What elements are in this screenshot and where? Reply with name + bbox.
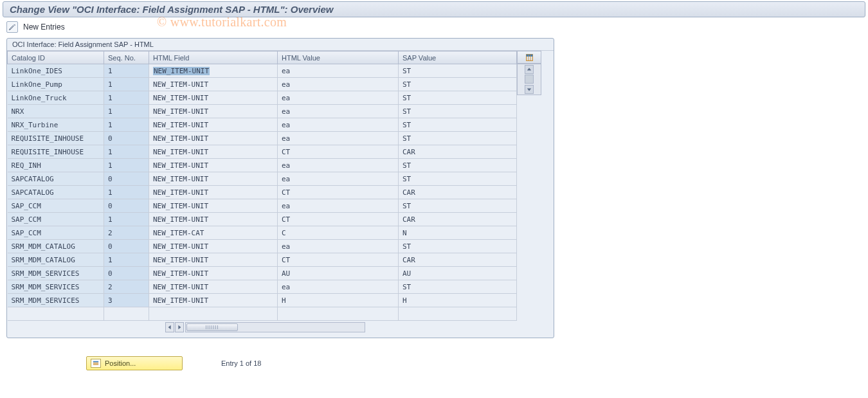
cell-sap-value[interactable]: ST <box>399 105 517 118</box>
cell-seq-no[interactable]: 1 <box>104 118 149 132</box>
cell-catalog-id[interactable]: SAP_CCM <box>8 199 104 213</box>
cell-html-field[interactable]: NEW_ITEM-UNIT <box>149 159 278 172</box>
cell-seq-no[interactable]: 2 <box>104 226 149 240</box>
cell-html-value[interactable]: ea <box>278 199 399 213</box>
cell-catalog-id[interactable]: SRM_MDM_CATALOG <box>8 253 104 267</box>
cell-html-field[interactable]: NEW_ITEM-UNIT <box>149 64 278 78</box>
table-row[interactable]: LinkOne_Pump1NEW_ITEM-UNITeaST <box>8 78 517 91</box>
cell-sap-value[interactable]: ST <box>399 240 517 253</box>
table-settings-button[interactable] <box>517 51 541 64</box>
table-row[interactable]: REQ_INH1NEW_ITEM-UNITeaST <box>8 159 517 172</box>
table-row[interactable]: SRM_MDM_SERVICES2NEW_ITEM-UNITeaST <box>8 280 517 294</box>
cell-sap-value[interactable]: CAR <box>399 186 517 199</box>
cell-catalog-id[interactable]: REQUISITE_INHOUSE <box>8 145 104 159</box>
cell-html-value[interactable]: CT <box>278 253 399 267</box>
cell-html-field[interactable]: NEW_ITEM-UNIT <box>149 132 278 145</box>
table-row[interactable]: SAP_CCM0NEW_ITEM-UNITeaST <box>8 199 517 213</box>
cell-html-field[interactable]: NEW_ITEM-UNIT <box>149 118 278 132</box>
position-button[interactable]: Position... <box>86 356 183 370</box>
cell-seq-no[interactable]: 1 <box>104 91 149 105</box>
cell-catalog-id[interactable]: SRM_MDM_SERVICES <box>8 267 104 280</box>
cell-sap-value[interactable]: ST <box>399 118 517 132</box>
scroll-thumb[interactable] <box>525 75 534 84</box>
cell-html-field[interactable]: NEW_ITEM-UNIT <box>149 145 278 159</box>
cell-sap-value[interactable]: CAR <box>399 145 517 159</box>
table-row[interactable]: LinkOne_IDES1NEW_ITEM-UNITeaST <box>8 64 517 78</box>
cell-seq-no[interactable]: 0 <box>104 199 149 213</box>
cell-sap-value[interactable]: ST <box>399 78 517 91</box>
cell-html-field[interactable]: NEW_ITEM-UNIT <box>149 240 278 253</box>
scroll-up-button[interactable] <box>525 65 534 74</box>
cell-html-field[interactable]: NEW_ITEM-UNIT <box>149 294 278 307</box>
cell-seq-no[interactable]: 0 <box>104 172 149 186</box>
cell-catalog-id[interactable]: SAPCATALOG <box>8 172 104 186</box>
table-row[interactable]: SRM_MDM_CATALOG0NEW_ITEM-UNITeaST <box>8 240 517 253</box>
cell-html-value[interactable]: ea <box>278 64 399 78</box>
cell-seq-no[interactable]: 1 <box>104 64 149 78</box>
cell-html-value[interactable]: ea <box>278 91 399 105</box>
cell-html-field[interactable]: NEW_ITEM-UNIT <box>149 267 278 280</box>
cell-sap-value[interactable]: ST <box>399 172 517 186</box>
cell-html-value[interactable]: ea <box>278 132 399 145</box>
new-entries-button[interactable]: New Entries <box>23 23 65 32</box>
cell-catalog-id[interactable]: NRX_Turbine <box>8 118 104 132</box>
horizontal-scrollbar[interactable] <box>185 322 365 332</box>
cell-html-value[interactable]: CT <box>278 145 399 159</box>
cell-sap-value[interactable]: ST <box>399 132 517 145</box>
cell-html-value[interactable]: ea <box>278 78 399 91</box>
vertical-scrollbar[interactable] <box>517 64 541 95</box>
col-html-value[interactable]: HTML Value <box>278 51 399 64</box>
table-row[interactable]: REQUISITE_INHOUSE1NEW_ITEM-UNITCTCAR <box>8 145 517 159</box>
hscroll-right-button[interactable] <box>175 322 184 332</box>
cell-sap-value[interactable]: CAR <box>399 253 517 267</box>
cell-html-value[interactable]: ea <box>278 118 399 132</box>
table-row[interactable]: SAPCATALOG0NEW_ITEM-UNITeaST <box>8 172 517 186</box>
table-row[interactable]: SAP_CCM2NEW_ITEM-CATCN <box>8 226 517 240</box>
cell-seq-no[interactable]: 1 <box>104 159 149 172</box>
hscroll-left-button[interactable] <box>165 322 174 332</box>
cell-html-value[interactable]: ea <box>278 159 399 172</box>
cell-catalog-id[interactable]: LinkOne_Pump <box>8 78 104 91</box>
cell-html-value[interactable]: ea <box>278 172 399 186</box>
cell-html-field[interactable]: NEW_ITEM-UNIT <box>149 199 278 213</box>
col-seq-no[interactable]: Seq. No. <box>104 51 149 64</box>
scroll-down-button[interactable] <box>525 85 534 94</box>
cell-seq-no[interactable]: 2 <box>104 280 149 294</box>
cell-sap-value[interactable]: AU <box>399 267 517 280</box>
cell-seq-no[interactable]: 3 <box>104 294 149 307</box>
cell-html-value[interactable]: C <box>278 226 399 240</box>
col-html-field[interactable]: HTML Field <box>149 51 278 64</box>
cell-seq-no[interactable]: 0 <box>104 240 149 253</box>
cell-seq-no[interactable]: 1 <box>104 145 149 159</box>
cell-catalog-id[interactable]: REQUISITE_INHOUSE <box>8 132 104 145</box>
cell-sap-value[interactable]: CAR <box>399 213 517 226</box>
table-row[interactable]: SRM_MDM_CATALOG1NEW_ITEM-UNITCTCAR <box>8 253 517 267</box>
table-row[interactable]: SRM_MDM_SERVICES3NEW_ITEM-UNITHH <box>8 294 517 307</box>
table-row-empty[interactable] <box>8 307 517 321</box>
cell-seq-no[interactable]: 1 <box>104 105 149 118</box>
cell-html-value[interactable]: ea <box>278 105 399 118</box>
display-change-toggle-button[interactable] <box>6 21 18 33</box>
cell-sap-value[interactable]: N <box>399 226 517 240</box>
hscroll-thumb[interactable] <box>186 323 238 331</box>
cell-catalog-id[interactable]: SRM_MDM_SERVICES <box>8 280 104 294</box>
cell-html-field[interactable]: NEW_ITEM-CAT <box>149 226 278 240</box>
table-row[interactable]: SAP_CCM1NEW_ITEM-UNITCTCAR <box>8 213 517 226</box>
cell-seq-no[interactable]: 1 <box>104 78 149 91</box>
cell-html-field[interactable]: NEW_ITEM-UNIT <box>149 213 278 226</box>
cell-sap-value[interactable]: ST <box>399 159 517 172</box>
cell-seq-no[interactable]: 1 <box>104 213 149 226</box>
table-row[interactable]: NRX1NEW_ITEM-UNITeaST <box>8 105 517 118</box>
col-catalog-id[interactable]: Catalog ID <box>8 51 104 64</box>
cell-catalog-id[interactable]: LinkOne_IDES <box>8 64 104 78</box>
cell-catalog-id[interactable]: REQ_INH <box>8 159 104 172</box>
cell-sap-value[interactable]: ST <box>399 199 517 213</box>
cell-html-value[interactable]: ea <box>278 280 399 294</box>
cell-html-field[interactable]: NEW_ITEM-UNIT <box>149 280 278 294</box>
cell-html-value[interactable]: ea <box>278 240 399 253</box>
cell-html-field[interactable]: NEW_ITEM-UNIT <box>149 91 278 105</box>
cell-catalog-id[interactable]: LinkOne_Truck <box>8 91 104 105</box>
table-row[interactable]: NRX_Turbine1NEW_ITEM-UNITeaST <box>8 118 517 132</box>
cell-catalog-id[interactable]: SRM_MDM_SERVICES <box>8 294 104 307</box>
cell-html-field[interactable]: NEW_ITEM-UNIT <box>149 172 278 186</box>
